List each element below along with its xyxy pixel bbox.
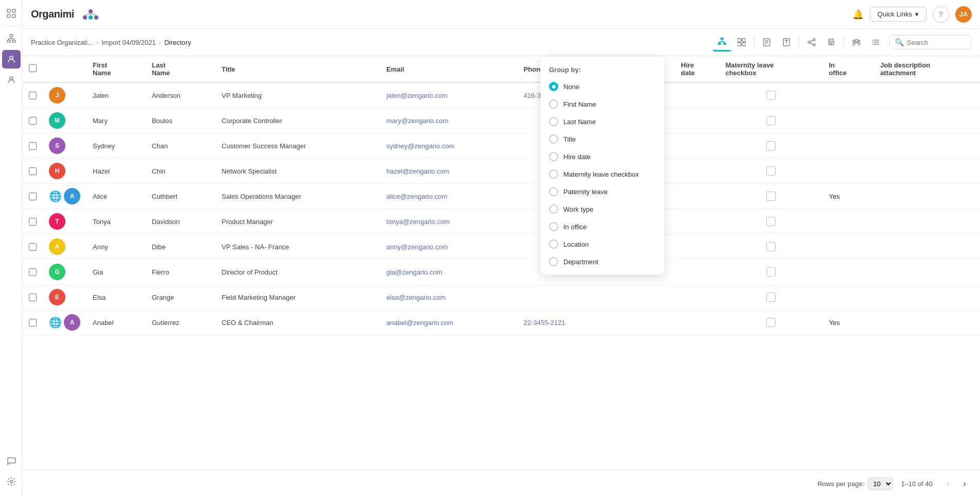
row-checkbox[interactable] (29, 218, 37, 226)
sidebar-chat-icon[interactable] (2, 452, 21, 470)
col-title: Title (215, 56, 380, 82)
sidebar-org-icon[interactable] (2, 29, 21, 48)
row-checkbox[interactable] (29, 294, 37, 301)
group-by-option[interactable]: Maternity leave checkbox (541, 165, 664, 183)
row-checkbox[interactable] (29, 268, 37, 276)
select-all-checkbox[interactable] (29, 64, 37, 72)
row-first-name: Hazel (87, 159, 146, 184)
maternity-checkbox[interactable] (766, 91, 776, 100)
row-email[interactable]: gia@zengario.com (380, 260, 517, 285)
app-name: Organimi (31, 8, 74, 20)
row-job-desc (874, 260, 980, 285)
list-btn[interactable] (867, 33, 885, 52)
sidebar-people-icon[interactable] (2, 50, 21, 68)
svg-point-52 (872, 40, 873, 41)
notifications-icon[interactable]: 🔔 (852, 9, 864, 20)
row-last-name: Grange (146, 285, 216, 310)
row-email[interactable]: hazel@zengario.com (380, 159, 517, 184)
svg-point-14 (89, 9, 93, 13)
group-by-option[interactable]: Department (541, 253, 664, 270)
breadcrumb-link-2[interactable]: Import 04/09/2021 (101, 39, 156, 46)
group-by-option[interactable]: Hire date (541, 148, 664, 165)
org-chart-view-btn[interactable] (713, 33, 731, 52)
row-title: Network Specialist (215, 159, 380, 184)
print-btn[interactable] (822, 33, 840, 52)
row-last-name: Dibe (146, 234, 216, 260)
svg-point-11 (10, 56, 13, 59)
row-inoffice (822, 108, 874, 133)
maternity-checkbox[interactable] (766, 242, 776, 251)
table-container: FirstName LastName Title Email Phone Res… (23, 56, 980, 470)
help-icon[interactable]: ? (933, 6, 949, 23)
next-page-btn[interactable]: › (957, 476, 972, 491)
row-hire-date (675, 310, 719, 335)
import-btn[interactable] (758, 33, 776, 52)
row-checkbox[interactable] (29, 193, 37, 200)
group-by-option[interactable]: Last Name (541, 113, 664, 130)
row-checkbox[interactable] (29, 167, 37, 175)
row-first-name: Gia (87, 260, 146, 285)
search-input[interactable] (907, 39, 966, 46)
sidebar-grid-icon[interactable] (2, 4, 21, 23)
rows-per-page-select[interactable]: 10 20 50 (868, 477, 893, 490)
row-email[interactable]: jalen@zengario.com (380, 82, 517, 108)
maternity-checkbox[interactable] (766, 116, 776, 125)
radio-icon (549, 82, 558, 91)
row-email[interactable]: mary@zengario.com (380, 108, 517, 133)
row-job-desc (874, 234, 980, 260)
row-avatar: A (64, 314, 80, 331)
maternity-checkbox[interactable] (766, 166, 776, 176)
svg-point-48 (858, 40, 860, 42)
table-row: S Sydney Chan Customer Success Manager s… (23, 133, 980, 159)
group-by-option[interactable]: In office (541, 218, 664, 235)
group-by-option[interactable]: First Name (541, 95, 664, 113)
group-by-option[interactable]: None (541, 78, 664, 95)
row-checkbox-cell (23, 133, 43, 159)
share-btn[interactable] (802, 33, 821, 52)
row-checkbox[interactable] (29, 142, 37, 150)
card-view-btn[interactable] (732, 33, 751, 52)
maternity-checkbox[interactable] (766, 192, 776, 201)
row-email[interactable]: elsa@zengario.com (380, 285, 517, 310)
prev-page-btn[interactable]: ‹ (941, 476, 955, 491)
row-email[interactable]: alice@zengario.com (380, 184, 517, 209)
search-box[interactable]: 🔍 (889, 35, 972, 49)
row-checkbox[interactable] (29, 243, 37, 251)
breadcrumb-link-1[interactable]: Practice Organizati... (31, 39, 93, 46)
radio-icon (549, 152, 558, 161)
maternity-checkbox[interactable] (766, 141, 776, 150)
quick-links-button[interactable]: Quick Links ▾ (870, 7, 926, 22)
svg-rect-21 (720, 38, 724, 40)
row-email[interactable]: sydney@zengario.com (380, 133, 517, 159)
row-title: Director of Product (215, 260, 380, 285)
row-email[interactable]: anny@zengario.com (380, 234, 517, 260)
group-by-option[interactable]: Title (541, 130, 664, 148)
team-btn[interactable] (847, 33, 866, 52)
row-last-name: Fierro (146, 260, 216, 285)
group-by-option[interactable]: Paternity leave (541, 183, 664, 200)
group-by-option[interactable]: Work type (541, 200, 664, 218)
row-checkbox[interactable] (29, 319, 37, 327)
row-checkbox[interactable] (29, 117, 37, 125)
row-avatar: E (49, 289, 65, 305)
row-email[interactable]: tonya@zengario.com (380, 209, 517, 234)
maternity-checkbox[interactable] (766, 267, 776, 277)
row-email[interactable]: anabel@zengario.com (380, 310, 517, 335)
row-checkbox[interactable] (29, 92, 37, 99)
row-hire-date (675, 285, 719, 310)
breadcrumb-sep-1: › (96, 39, 98, 46)
sidebar-person-icon[interactable] (2, 71, 21, 89)
group-by-option-label: Maternity leave checkbox (563, 170, 639, 178)
group-by-option[interactable]: Location (541, 235, 664, 253)
maternity-checkbox[interactable] (766, 318, 776, 327)
maternity-checkbox[interactable] (766, 217, 776, 226)
user-avatar[interactable]: JA (955, 6, 972, 23)
row-title: Customer Success Manager (215, 133, 380, 159)
svg-rect-2 (7, 14, 10, 18)
sidebar-settings-icon[interactable] (2, 472, 21, 491)
export-btn[interactable] (777, 33, 796, 52)
svg-point-54 (872, 44, 873, 45)
maternity-checkbox[interactable] (766, 293, 776, 302)
row-maternity (719, 108, 823, 133)
select-all-col (23, 56, 43, 82)
